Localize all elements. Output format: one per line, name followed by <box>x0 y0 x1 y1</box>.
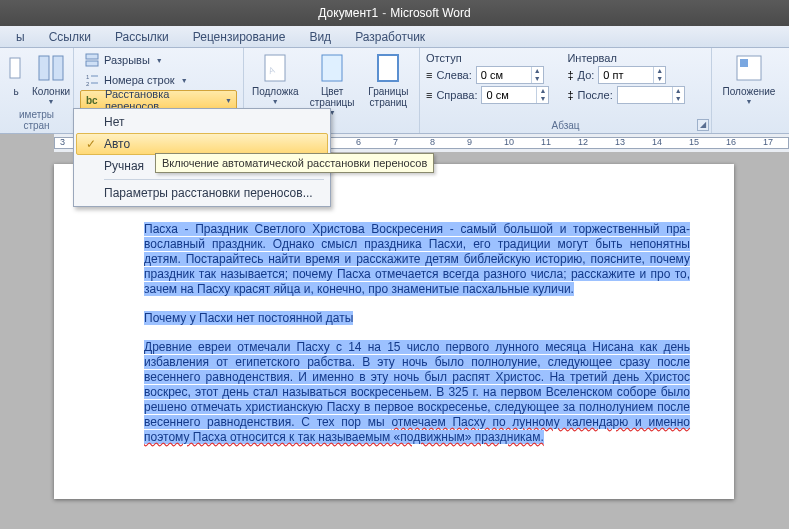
tab-review[interactable]: Рецензирование <box>181 27 298 47</box>
chevron-down-icon: ▼ <box>225 97 232 104</box>
ruler-tick: 9 <box>467 137 472 147</box>
paragraph-1: Пасха - Праздник Светлого Христова Воскр… <box>144 222 690 296</box>
group-label-paragraph: Абзац <box>426 119 705 133</box>
hyphenation-icon: bc <box>85 92 101 108</box>
columns-icon <box>35 52 67 84</box>
svg-text:1: 1 <box>86 74 90 80</box>
spacing-after-input[interactable]: ▲▼ <box>617 86 685 104</box>
watermark-button[interactable]: A Подложка ▼ <box>250 50 301 105</box>
ruler-tick: 17 <box>763 137 773 147</box>
svg-rect-2 <box>53 56 63 80</box>
tab-partial[interactable]: ы <box>4 27 37 47</box>
svg-rect-12 <box>322 55 342 81</box>
ribbon-tabs: ы Ссылки Рассылки Рецензирование Вид Раз… <box>0 26 789 48</box>
indent-right-icon: ≡ <box>426 89 432 101</box>
title-sep: - <box>382 6 386 20</box>
columns-button[interactable]: Колонки ▼ <box>30 50 72 105</box>
group-label-pagesetup: иметры стран <box>6 108 67 133</box>
spin-up-icon[interactable]: ▲ <box>531 67 543 75</box>
breaks-button[interactable]: Разрывы▼ <box>80 50 237 70</box>
chevron-down-icon: ▼ <box>181 77 188 84</box>
chevron-down-icon: ▼ <box>746 98 753 105</box>
position-icon <box>733 52 765 84</box>
menu-item-none[interactable]: Нет <box>76 111 328 133</box>
page-color-icon <box>316 52 348 84</box>
spacing-heading: Интервал <box>567 52 684 64</box>
hyphenation-button[interactable]: bc Расстановка переносов▼ <box>80 90 237 110</box>
ruler-tick: 11 <box>541 137 551 147</box>
spacing-after-icon: ‡ <box>567 89 573 101</box>
dialog-launcher-icon[interactable]: ◢ <box>697 119 709 131</box>
spin-down-icon[interactable]: ▼ <box>531 75 543 83</box>
ruler-tick: 6 <box>356 137 361 147</box>
indent-left-icon: ≡ <box>426 69 432 81</box>
indent-heading: Отступ <box>426 52 549 64</box>
indent-left-input[interactable]: ▲▼ <box>476 66 544 84</box>
orientation-button[interactable]: ь <box>6 50 26 97</box>
ruler-tick: 7 <box>393 137 398 147</box>
svg-rect-15 <box>740 59 748 67</box>
svg-rect-13 <box>378 55 398 81</box>
tab-mailings[interactable]: Рассылки <box>103 27 181 47</box>
svg-text:bc: bc <box>86 95 98 106</box>
page-borders-button[interactable]: Границы страниц <box>364 50 413 108</box>
svg-rect-3 <box>86 54 98 59</box>
ruler-tick: 15 <box>689 137 699 147</box>
menu-item-auto[interactable]: ✓Авто <box>76 133 328 155</box>
line-numbers-icon: 12 <box>84 72 100 88</box>
position-button[interactable]: Положение ▼ <box>718 50 780 105</box>
spin-down-icon[interactable]: ▼ <box>653 75 665 83</box>
spin-up-icon[interactable]: ▲ <box>653 67 665 75</box>
breaks-icon <box>84 52 100 68</box>
spin-up-icon[interactable]: ▲ <box>672 87 684 95</box>
ruler-tick: 8 <box>430 137 435 147</box>
orientation-icon <box>0 52 32 84</box>
tab-references[interactable]: Ссылки <box>37 27 103 47</box>
ruler-tick: 16 <box>726 137 736 147</box>
spin-down-icon[interactable]: ▼ <box>672 95 684 103</box>
spacing-before-icon: ‡ <box>567 69 573 81</box>
svg-rect-0 <box>10 58 20 78</box>
ruler-tick: 10 <box>504 137 514 147</box>
watermark-icon: A <box>259 52 291 84</box>
tab-view[interactable]: Вид <box>297 27 343 47</box>
line-numbers-button[interactable]: 12 Номера строк▼ <box>80 70 237 90</box>
chevron-down-icon: ▼ <box>48 98 55 105</box>
menu-item-options[interactable]: Параметры расстановки переносов... <box>76 182 328 204</box>
page-color-button[interactable]: Цвет страницы ▼ <box>305 50 360 116</box>
spin-down-icon[interactable]: ▼ <box>536 95 548 103</box>
document-title: Документ1 <box>318 6 378 20</box>
ruler-tick: 13 <box>615 137 625 147</box>
paragraph-2: Почему у Пасхи нет постоянной даты <box>144 311 353 325</box>
svg-rect-1 <box>39 56 49 80</box>
menu-separator <box>104 179 324 180</box>
chevron-down-icon: ▼ <box>272 98 279 105</box>
borders-icon <box>372 52 404 84</box>
ruler-tick: 14 <box>652 137 662 147</box>
tab-developer[interactable]: Разработчик <box>343 27 437 47</box>
check-icon: ✓ <box>83 137 99 151</box>
app-name: Microsoft Word <box>390 6 470 20</box>
spacing-before-input[interactable]: ▲▼ <box>598 66 666 84</box>
title-bar: Документ1 - Microsoft Word <box>0 0 789 26</box>
ruler-tick: 12 <box>578 137 588 147</box>
document-area: Пасха - Праздник Светлого Христова Воскр… <box>0 152 789 529</box>
svg-rect-4 <box>86 61 98 66</box>
spin-up-icon[interactable]: ▲ <box>536 87 548 95</box>
page[interactable]: Пасха - Праздник Светлого Христова Воскр… <box>54 164 734 499</box>
svg-text:2: 2 <box>86 81 90 87</box>
ruler-tick: 3 <box>60 137 65 147</box>
tooltip: Включение автоматической расстановки пер… <box>155 153 434 173</box>
indent-right-input[interactable]: ▲▼ <box>481 86 549 104</box>
chevron-down-icon: ▼ <box>156 57 163 64</box>
